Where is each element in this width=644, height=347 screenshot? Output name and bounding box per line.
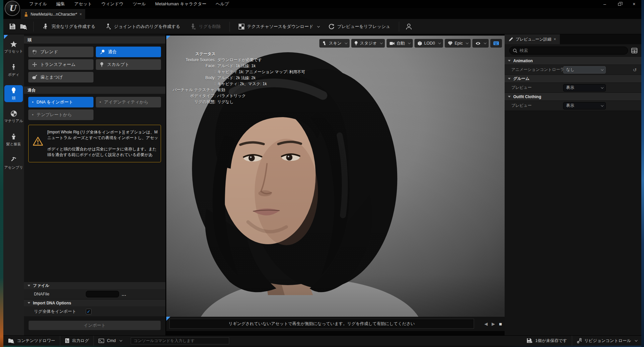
sidebar-item-label: 頭 [12,95,16,100]
teeth-lashes-tool-button[interactable]: 歯とまつげ [28,72,93,83]
star-icon [10,41,17,48]
save-button[interactable] [7,21,18,32]
step-back-button[interactable]: ◀ [484,321,488,326]
transform-tool-button[interactable]: トランスフォーム [28,59,93,70]
skin-preview-dropdown[interactable]: スキン [319,39,349,48]
menu-file[interactable]: ファイル [25,1,52,7]
download-texture-sources-label: テクスチャソースをダウンロード [247,24,313,30]
animation-controller-dropdown[interactable]: なし [563,66,606,74]
account-button[interactable] [403,21,414,32]
menu-bar: ファイル 編集 アセット ウィンドウ ツール MetaHuman キャラクター … [25,1,234,7]
animation-controller-row: アニメーションコントローラ... なし ↺ [505,65,641,75]
menu-window[interactable]: ウィンドウ [96,1,128,7]
main-toolbar: 完全なリグを作成する ジョイントのみのリグを作成する [3,19,641,34]
create-joints-rig-icon [105,23,111,30]
reset-to-default-button[interactable]: ↺ [633,67,637,73]
unsaved-save-icon [527,338,533,343]
stop-button[interactable]: ■ [499,321,502,327]
sidebar-item-body[interactable]: ボディ [4,62,23,79]
asset-tab[interactable]: NewMetaHu...nCharacter* × [21,9,85,19]
details-tab-row: プレビュ...ーン詳細 × [505,34,641,44]
sidebar-item-head[interactable]: 頭 [4,85,23,102]
head-panel: 頭 ブレンド 適合 [24,34,165,335]
minimize-button[interactable]: – [597,0,612,8]
radio-dot-icon: ● [32,101,34,103]
menu-help[interactable]: ヘルプ [211,1,234,7]
dna-file-row: DNAFile ... [24,289,165,299]
refresh-preview-button[interactable]: プレビューをリフレッシュ [324,21,395,33]
content-drawer-button[interactable]: コンテンツドロワー [3,336,60,346]
quality-label: Epic [455,41,463,46]
menu-tools[interactable]: ツール [128,1,151,7]
close-button[interactable]: × [627,0,641,8]
blend-icon [32,49,37,55]
menu-metahuman-character[interactable]: MetaHuman キャラクター [151,1,211,7]
settings-grid-icon[interactable] [631,48,637,53]
eye-icon [475,42,481,45]
preview-scene-details-tab[interactable]: プレビュ...ーン詳細 × [505,34,560,44]
quality-dropdown[interactable]: Epic [445,39,471,48]
download-texture-sources-button[interactable]: テクスチャソースをダウンロード [234,21,324,33]
create-full-rig-button[interactable]: 完全なリグを作成する [38,21,100,33]
create-joints-rig-button[interactable]: ジョイントのみのリグを作成する [100,21,185,33]
blend-tool-button[interactable]: ブレンド [28,47,93,57]
outfit-preview-dropdown[interactable]: 表示 [563,102,606,109]
from-identity-option[interactable]: ● アイデンティティから [96,97,161,107]
import-dna-option[interactable]: ● DNA をインポート [28,97,93,107]
sculpt-tool-button[interactable]: スカルプト [96,59,161,70]
playback-message-text: リギングされていないアセットで再生が無効になっています。リグを作成して有効にして… [229,321,415,327]
delete-rig-button[interactable]: リグを削除 [185,21,226,33]
sidebar-item-material[interactable]: マテリアル [4,108,23,125]
output-log-icon [65,338,70,343]
file-section-title: ファイル [33,283,49,288]
browse-to-asset-button[interactable] [18,21,29,32]
output-log-button[interactable]: 出力ログ [60,336,94,346]
browse-dna-file-button[interactable]: ... [122,292,126,297]
groom-section-header[interactable]: グルーム [505,75,641,83]
sidebar-item-presets[interactable]: プリセット [4,39,23,56]
sidebar-item-hair-clothing[interactable]: 髪と服装 [4,131,23,148]
import-whole-rig-checkbox[interactable]: ✓ [86,309,91,314]
details-search-input[interactable] [520,48,624,53]
console-command-input[interactable] [131,337,229,344]
unreal-logo[interactable]: U [5,1,20,16]
asset-tab-close-icon[interactable]: × [80,12,82,17]
details-tab-close-icon[interactable]: × [554,37,556,42]
viewport-canvas[interactable]: ステータス Texture Sources:ダウンロードが必要です Face:ア… [166,36,505,317]
console-icon [98,339,104,343]
play-button[interactable]: ▶ [492,321,495,326]
chevron-down-icon [119,339,122,341]
unsaved-assets-button[interactable]: 1個が未保存です [522,336,571,346]
keyboard-shortcuts-button[interactable] [490,39,502,48]
sidebar-item-assembly[interactable]: アセンブリ [4,155,23,172]
dna-file-input[interactable] [86,291,119,297]
lightbulb-icon [354,41,358,46]
search-icon [513,49,517,53]
fit-section-title: 適合 [28,87,36,93]
cmd-dropdown[interactable]: Cmd [94,336,126,346]
camera-dropdown[interactable]: 自動 [387,39,413,48]
file-section-header[interactable]: ファイル [24,282,165,289]
revision-control-dropdown[interactable]: リビジョンコントロール [572,336,641,346]
animation-section-header[interactable]: Animation [505,57,641,65]
content-drawer-icon [8,338,14,343]
check-icon: ✓ [87,309,90,314]
menu-asset[interactable]: アセット [70,1,96,7]
restore-button[interactable] [612,0,627,8]
import-button[interactable]: インポート [29,321,161,330]
from-template-option[interactable]: ● テンプレートから [28,109,93,120]
show-flags-dropdown[interactable] [472,39,489,48]
cmd-label: Cmd [107,338,115,343]
delete-rig-icon [190,23,196,30]
animation-controller-value: なし [566,67,574,73]
details-search-box[interactable] [509,47,628,55]
expand-arrow-icon [28,285,30,286]
lighting-dropdown[interactable]: スタジオ [351,39,385,48]
fit-tool-button[interactable]: 適合 [96,47,161,57]
import-dna-options-header[interactable]: Import DNA Options [24,299,165,306]
outfit-section-header[interactable]: Outfit Clothing [505,93,641,101]
playback-bar: リギングされていないアセットで再生が無効になっています。リグを作成して有効にして… [166,317,505,331]
menu-edit[interactable]: 編集 [52,1,70,7]
lod-dropdown[interactable]: LOD0 [414,39,443,48]
groom-preview-dropdown[interactable]: 表示 [563,84,606,91]
